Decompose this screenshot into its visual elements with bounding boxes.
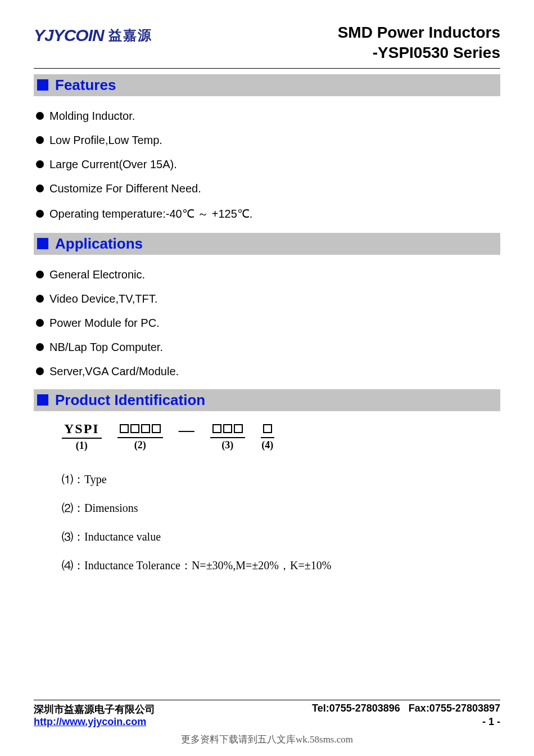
def-text: ：Type bbox=[73, 473, 107, 485]
pid-group-2: (2) bbox=[117, 421, 163, 451]
bullet-icon bbox=[36, 271, 44, 278]
pid-label-yspi: YSPI bbox=[62, 421, 102, 439]
product-id-section-header: Product Identification bbox=[34, 389, 500, 411]
features-section-header: Features bbox=[34, 74, 500, 96]
def-num: ⑵ bbox=[62, 502, 73, 514]
id-def-row: ⑶：Inductance value bbox=[62, 523, 500, 551]
id-def-row: ⑴：Type bbox=[62, 465, 500, 494]
footer-divider bbox=[34, 700, 500, 700]
application-text: NB/Lap Top Computer. bbox=[49, 341, 163, 354]
def-text: ：Inductance Tolerance：N=±30%,M=±20%，K=±1… bbox=[73, 559, 331, 572]
list-item: General Electronic. bbox=[34, 263, 500, 287]
placeholder-box-icon bbox=[130, 424, 139, 433]
list-item: Low Profile,Low Temp. bbox=[34, 128, 500, 152]
footer-row-2: http://www.yjycoin.com - 1 - bbox=[34, 716, 500, 728]
document-title: SMD Power Inductors -YSPI0530 Series bbox=[338, 22, 500, 64]
placeholder-box-icon bbox=[152, 424, 161, 433]
footer-contact: Tel:0755-27803896 Fax:0755-27803897 bbox=[312, 703, 500, 716]
bullet-icon bbox=[36, 343, 44, 351]
bullet-icon bbox=[36, 160, 44, 168]
footer-tel: Tel:0755-27803896 bbox=[312, 703, 400, 714]
applications-heading: Applications bbox=[55, 235, 143, 253]
footer-row-1: 深圳市益嘉源电子有限公司 Tel:0755-27803896 Fax:0755-… bbox=[34, 703, 500, 716]
pid-placeholder-boxes bbox=[261, 421, 274, 438]
product-id-definitions: ⑴：Type ⑵：Dimensions ⑶：Inductance value ⑷… bbox=[62, 465, 500, 580]
pid-group-3: (3) bbox=[210, 421, 245, 451]
section-marker-icon bbox=[37, 79, 48, 91]
page-footer: 深圳市益嘉源电子有限公司 Tel:0755-27803896 Fax:0755-… bbox=[34, 700, 500, 728]
id-def-row: ⑷：Inductance Tolerance：N=±30%,M=±20%，K=±… bbox=[62, 551, 500, 580]
list-item: NB/Lap Top Computer. bbox=[34, 335, 500, 359]
section-marker-icon bbox=[37, 394, 48, 406]
watermark-text: 更多资料下载请到五八文库wk.58sms.com bbox=[0, 733, 534, 746]
logo-english: YJYCOIN bbox=[34, 26, 104, 45]
def-text: ：Inductance value bbox=[73, 530, 161, 543]
bullet-icon bbox=[36, 136, 44, 144]
applications-section-header: Applications bbox=[34, 233, 500, 255]
pid-index-2: (2) bbox=[134, 439, 146, 451]
footer-website-link[interactable]: http://www.yjycoin.com bbox=[34, 716, 146, 728]
title-line-2: -YSPI0530 Series bbox=[338, 43, 500, 63]
bullet-icon bbox=[36, 210, 44, 218]
application-text: Power Module for PC. bbox=[49, 317, 160, 330]
list-item: Power Module for PC. bbox=[34, 311, 500, 335]
footer-fax: Fax:0755-27803897 bbox=[409, 703, 500, 714]
id-def-row: ⑵：Dimensions bbox=[62, 494, 500, 523]
pid-group-1: YSPI (1) bbox=[62, 421, 102, 452]
pid-index-3: (3) bbox=[221, 439, 233, 451]
bullet-icon bbox=[36, 295, 44, 303]
application-text: Video Device,TV,TFT. bbox=[49, 292, 157, 305]
company-logo: YJYCOIN 益嘉源 bbox=[34, 22, 152, 45]
feature-text: Operating temperature:-40℃ ～ +125℃. bbox=[49, 206, 252, 222]
application-text: General Electronic. bbox=[49, 268, 145, 281]
def-num: ⑷ bbox=[62, 559, 73, 572]
pid-placeholder-boxes bbox=[210, 421, 245, 438]
list-item: Operating temperature:-40℃ ～ +125℃. bbox=[34, 201, 500, 227]
footer-company: 深圳市益嘉源电子有限公司 bbox=[34, 703, 155, 716]
placeholder-box-icon bbox=[141, 424, 150, 433]
product-id-diagram: YSPI (1) (2) — (3) (4) bbox=[62, 421, 500, 452]
bullet-icon bbox=[36, 184, 44, 192]
title-line-1: SMD Power Inductors bbox=[338, 22, 500, 43]
placeholder-box-icon bbox=[223, 424, 232, 433]
features-list: Molding Inductor. Low Profile,Low Temp. … bbox=[34, 104, 500, 227]
section-marker-icon bbox=[37, 238, 48, 249]
list-item: Customize For Different Need. bbox=[34, 177, 500, 201]
list-item: Server,VGA Card/Module. bbox=[34, 359, 500, 384]
page-number: - 1 - bbox=[482, 716, 500, 728]
def-text: ：Dimensions bbox=[73, 502, 138, 514]
def-num: ⑴ bbox=[62, 473, 73, 485]
application-text: Server,VGA Card/Module. bbox=[49, 365, 179, 378]
placeholder-box-icon bbox=[212, 424, 221, 433]
feature-text: Customize For Different Need. bbox=[49, 182, 201, 195]
feature-text: Large Current(Over 15A). bbox=[49, 158, 177, 171]
features-heading: Features bbox=[55, 76, 116, 94]
pid-separator-dash: — bbox=[179, 421, 194, 438]
page-header: YJYCOIN 益嘉源 SMD Power Inductors -YSPI053… bbox=[34, 22, 500, 64]
applications-list: General Electronic. Video Device,TV,TFT.… bbox=[34, 263, 500, 384]
product-id-heading: Product Identification bbox=[55, 392, 205, 409]
placeholder-box-icon bbox=[120, 424, 129, 433]
bullet-icon bbox=[36, 112, 44, 120]
bullet-icon bbox=[36, 367, 44, 375]
def-num: ⑶ bbox=[62, 530, 73, 543]
list-item: Large Current(Over 15A). bbox=[34, 152, 500, 177]
pid-index-1: (1) bbox=[76, 440, 88, 452]
list-item: Video Device,TV,TFT. bbox=[34, 287, 500, 311]
feature-text: Molding Inductor. bbox=[49, 110, 135, 123]
placeholder-box-icon bbox=[234, 424, 243, 433]
pid-placeholder-boxes bbox=[117, 421, 163, 438]
logo-chinese: 益嘉源 bbox=[108, 26, 152, 44]
placeholder-box-icon bbox=[263, 424, 272, 433]
pid-group-4: (4) bbox=[261, 421, 274, 451]
pid-index-4: (4) bbox=[261, 439, 273, 451]
bullet-icon bbox=[36, 319, 44, 327]
list-item: Molding Inductor. bbox=[34, 104, 500, 128]
feature-text: Low Profile,Low Temp. bbox=[49, 134, 162, 147]
header-divider bbox=[34, 68, 500, 69]
